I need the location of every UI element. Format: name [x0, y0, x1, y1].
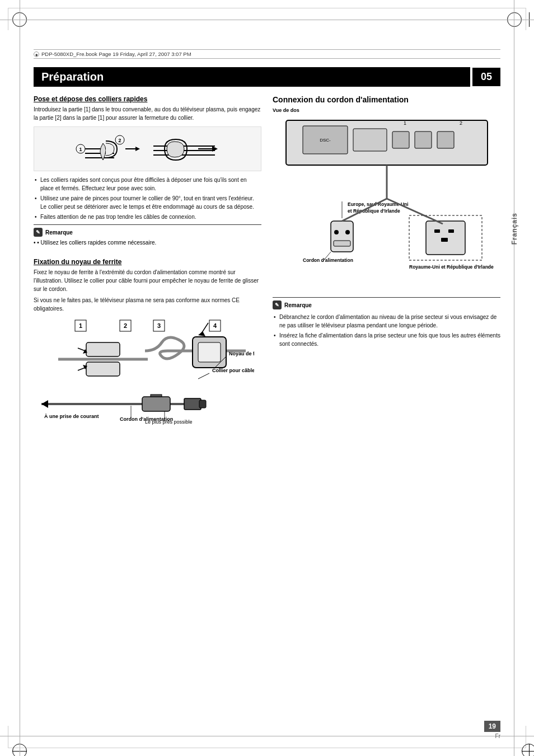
- svg-rect-30: [198, 342, 221, 362]
- colliers-remark: ✎ Remarque • • Utilisez les colliers rap…: [34, 224, 261, 247]
- file-info-text: PDP-5080XD_Fre.book Page 19 Friday, Apri…: [41, 51, 191, 57]
- svg-rect-61: [331, 221, 353, 252]
- ferrite-body1: Fixez le noyau de ferrite à l'extrémité …: [34, 268, 261, 293]
- left-column: Pose et dépose des colliers rapides Intr…: [34, 95, 261, 711]
- bullet-2: Utilisez une paire de pinces pour tourne…: [34, 194, 261, 211]
- power-bullet-1: Débranchez le cordon d'alimentation au n…: [273, 313, 500, 330]
- colliers-body: Introduisez la partie [1] dans le trou c…: [34, 105, 261, 122]
- ferrite-illustration: 1: [34, 317, 261, 429]
- svg-rect-17: [86, 342, 120, 356]
- colliers-heading: Pose et dépose des colliers rapides: [34, 95, 261, 103]
- remark-icon-2: ✎: [273, 300, 282, 309]
- chapter-number: 05: [472, 68, 500, 86]
- remark-text-1: • • Utilisez les colliers rapides comme …: [34, 238, 261, 247]
- svg-marker-42: [41, 400, 48, 408]
- svg-line-35: [198, 373, 209, 379]
- svg-text:et République d'Irlande: et République d'Irlande: [348, 208, 400, 214]
- power-cord-heading: Connexion du cordon d'alimentation: [273, 95, 500, 104]
- svg-rect-68: [434, 229, 440, 233]
- title-section: Préparation 05: [34, 67, 500, 87]
- bullet-1: Les colliers rapides sont conçus pour êt…: [34, 176, 261, 192]
- svg-text:2: 2: [123, 322, 127, 329]
- svg-text:DSC-: DSC-: [320, 138, 331, 143]
- ferrite-section: Fixation du noyau de ferrite Fixez le no…: [34, 258, 261, 434]
- vue-dos-label: Vue de dos: [273, 107, 500, 113]
- power-remark-bullets: Débranchez le cordon d'alimentation au n…: [273, 313, 500, 348]
- header-bar: PDP-5080XD_Fre.book Page 19 Friday, Apri…: [34, 49, 500, 59]
- svg-rect-53: [415, 132, 432, 148]
- language-sidebar: Français: [510, 213, 518, 245]
- colliers-bullets: Les colliers rapides sont conçus pour êt…: [34, 176, 261, 221]
- svg-text:3: 3: [157, 322, 160, 329]
- svg-point-62: [334, 230, 339, 234]
- ferrite-body2: Si vous ne le faites pas, le téléviseur …: [34, 296, 261, 313]
- svg-rect-52: [392, 132, 409, 148]
- page-footer: 19 Fr: [484, 721, 500, 739]
- svg-rect-38: [142, 397, 170, 411]
- svg-text:À une prise de courant: À une prise de courant: [44, 414, 99, 419]
- power-cord-illustration: DSC- 1 2 Europe, sa: [273, 115, 500, 294]
- clamp-illustration: 1 2: [34, 126, 261, 171]
- svg-rect-18: [86, 362, 120, 376]
- remark-header-1: ✎ Remarque: [34, 228, 261, 237]
- right-column: Connexion du cordon d'alimentation Vue d…: [273, 95, 500, 711]
- power-bullet-2: Insérez la fiche d'alimentation dans la …: [273, 331, 500, 348]
- svg-text:Le plus près possible: Le plus près possible: [145, 419, 193, 425]
- svg-text:1: 1: [79, 147, 82, 152]
- svg-text:2: 2: [460, 120, 462, 126]
- svg-text:4: 4: [213, 322, 217, 329]
- svg-rect-39: [151, 395, 162, 397]
- page-number: 19: [484, 721, 500, 732]
- svg-rect-41: [199, 400, 206, 408]
- svg-rect-64: [334, 241, 350, 246]
- svg-text:2: 2: [118, 138, 121, 143]
- svg-text:Collier pour câble: Collier pour câble: [212, 368, 254, 373]
- svg-text:Noyau de ferrite: Noyau de ferrite: [229, 351, 254, 356]
- svg-rect-40: [184, 398, 201, 410]
- svg-text:Cordon d'alimentation: Cordon d'alimentation: [303, 257, 353, 263]
- remark-header-2: ✎ Remarque: [273, 300, 500, 309]
- chapter-title: Préparation: [34, 67, 470, 87]
- svg-text:1: 1: [404, 120, 406, 126]
- remark-icon-1: ✎: [34, 228, 43, 237]
- svg-line-21: [78, 368, 85, 370]
- svg-text:Royaume-Uni et République d'Ir: Royaume-Uni et République d'Irlande: [409, 264, 494, 270]
- svg-text:1: 1: [78, 322, 82, 329]
- colliers-section: Pose et dépose des colliers rapides Intr…: [34, 95, 261, 247]
- bullet-3: Faites attention de ne pas trop tendre l…: [34, 213, 261, 221]
- main-content: Pose et dépose des colliers rapides Intr…: [34, 95, 500, 711]
- svg-marker-8: [135, 147, 140, 151]
- clamp-svg: 1 2: [64, 126, 232, 171]
- svg-marker-32: [198, 331, 205, 336]
- svg-rect-69: [448, 229, 454, 233]
- power-cord-section: Connexion du cordon d'alimentation Vue d…: [273, 95, 500, 351]
- svg-line-19: [78, 348, 85, 351]
- power-remark: ✎ Remarque Débranchez le cordon d'alimen…: [273, 297, 500, 348]
- svg-rect-54: [437, 132, 454, 148]
- power-cord-svg: DSC- 1 2 Europe, sa: [275, 115, 499, 294]
- ferrite-svg: 1: [41, 317, 254, 429]
- svg-rect-70: [441, 238, 448, 242]
- ferrite-heading: Fixation du noyau de ferrite: [34, 258, 261, 266]
- page-lang: Fr: [495, 733, 500, 739]
- svg-point-63: [345, 230, 350, 234]
- svg-rect-51: [353, 129, 387, 151]
